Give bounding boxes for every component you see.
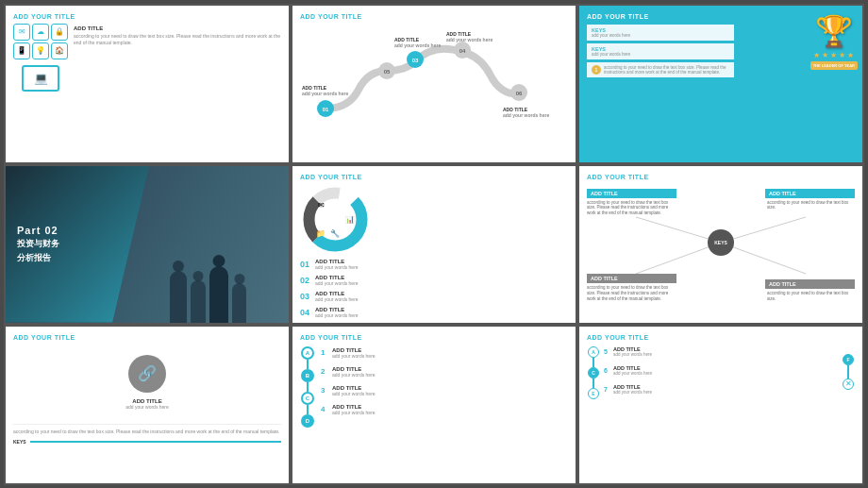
slide-1-content: ✉ ☁ 🔒 📱 💡 🏠 💻 ADD TITLE according to you… bbox=[13, 24, 281, 92]
vline-3 bbox=[307, 405, 309, 414]
vline2-3 bbox=[847, 365, 849, 379]
flow2-text-6: ADD TITLE add your words here bbox=[613, 365, 652, 376]
chart-item-3: 03 ADD TITLE add your words here bbox=[300, 291, 568, 302]
circle2-C: C bbox=[588, 367, 599, 379]
network-diagram: KEYS ADD TITLE according to your need to… bbox=[587, 184, 855, 302]
key-item-3: 1 according to your need to draw the tex… bbox=[587, 62, 734, 77]
chart-num-2: 02 bbox=[300, 276, 311, 285]
chart-text-1: ADD TITLE add your words here bbox=[315, 259, 568, 270]
flow2-num-5: 5 bbox=[604, 348, 610, 355]
circle2-E: E bbox=[588, 388, 599, 399]
chart-items-list: 01 ADD TITLE add your words here 02 ADD … bbox=[300, 259, 568, 318]
icon-phone: 📱 bbox=[13, 42, 30, 59]
vline-1 bbox=[307, 360, 309, 369]
flow2-items-col: 5 ADD TITLE add your words here 6 ADD TI… bbox=[604, 346, 838, 395]
slide-6: ADD YOUR TITLE KEYS ADD TITLE according … bbox=[579, 166, 862, 323]
flow2-left-col: A C E bbox=[587, 346, 600, 399]
slide-2-title: ADD YOUR TITLE bbox=[300, 13, 568, 20]
slides-grid: ADD YOUR TITLE ✉ ☁ 🔒 📱 💡 🏠 💻 ADD TITLE a… bbox=[4, 4, 864, 485]
slide-7-icon-sub: add your words here bbox=[125, 404, 169, 410]
slide-2-path: 01 05 03 04 06 ADD TITLEadd your words h… bbox=[300, 24, 568, 137]
chart-num-4: 04 bbox=[300, 308, 311, 317]
slide-4: Part 02 投资与财务 分析报告 bbox=[6, 166, 289, 323]
people-group bbox=[170, 266, 246, 323]
chart-item-1: 01 ADD TITLE add your words here bbox=[300, 259, 568, 270]
vline-2 bbox=[307, 382, 309, 392]
link-icon: 🔗 bbox=[128, 355, 166, 393]
slide-5-content: ✉ 📊 📁 🔧 01 ADD TITLE add your words here… bbox=[300, 184, 568, 318]
svg-text:06: 06 bbox=[516, 91, 523, 96]
chart-num-1: 01 bbox=[300, 260, 311, 269]
node-label-3: ADD TITLEadd your words here bbox=[394, 37, 441, 49]
flow-row-2: 2 ADD TITLE add your words here bbox=[321, 365, 568, 379]
slide-9-title: ADD YOUR TITLE bbox=[587, 334, 855, 341]
slide-7-title: ADD YOUR TITLE bbox=[13, 334, 281, 341]
flow-row-1: 1 ADD TITLE add your words here bbox=[321, 346, 568, 360]
slide-8: ADD YOUR TITLE A B C D 1 ADD TITLE add y… bbox=[292, 327, 576, 483]
flow-num-3: 3 bbox=[321, 386, 328, 395]
star-1: ★ bbox=[813, 51, 820, 59]
circle2-A: A bbox=[588, 346, 599, 358]
svg-text:04: 04 bbox=[459, 48, 466, 54]
key-item-1: KEYS add your words here bbox=[587, 25, 734, 41]
star-4: ★ bbox=[839, 51, 845, 59]
chart-item-2: 02 ADD TITLE add your words here bbox=[300, 275, 568, 286]
node-label-6: ADD TITLEadd your words here bbox=[503, 107, 549, 119]
star-5: ★ bbox=[847, 51, 854, 59]
slide-1-left: ✉ ☁ 🔒 📱 💡 🏠 💻 bbox=[13, 24, 68, 92]
flow-text-3: ADD TITLE add your words here bbox=[332, 385, 376, 396]
slide-3: ADD YOUR TITLE KEYS add your words here … bbox=[579, 6, 862, 162]
laptop-icon: 💻 bbox=[22, 65, 59, 92]
slide-7: ADD YOUR TITLE 🔗 ADD TITLE add your word… bbox=[6, 327, 289, 483]
vline2-2 bbox=[593, 379, 594, 388]
circle-D: D bbox=[301, 414, 314, 428]
person-3 bbox=[209, 266, 228, 323]
flow2-row-6: 6 ADD TITLE add your words here bbox=[604, 365, 838, 377]
svg-text:🔧: 🔧 bbox=[330, 228, 340, 238]
svg-text:05: 05 bbox=[384, 69, 391, 75]
chart-item-4: 04 ADD TITLE add your words here bbox=[300, 307, 568, 318]
net-center: KEYS bbox=[708, 229, 734, 256]
net-box-br: ADD TITLE according to your need to draw… bbox=[765, 279, 855, 302]
flow-text-2: ADD TITLE add your words here bbox=[332, 366, 376, 378]
photo-background: Part 02 投资与财务 分析报告 bbox=[6, 166, 289, 323]
flow-row-4: 4 ADD TITLE add your words here bbox=[321, 403, 568, 416]
icon-mail: ✉ bbox=[13, 24, 30, 41]
slide-6-title: ADD YOUR TITLE bbox=[587, 174, 855, 180]
flow-items-col: 1 ADD TITLE add your words here 2 ADD TI… bbox=[321, 346, 568, 416]
node-label-1: ADD TITLEadd your words here bbox=[302, 85, 348, 97]
slide-5-title: ADD YOUR TITLE bbox=[300, 174, 568, 180]
chart-text-3: ADD TITLE add your words here bbox=[315, 291, 568, 302]
flow2-right-col: F ✕ bbox=[842, 354, 855, 390]
slide-2: ADD YOUR TITLE 01 05 03 04 06 bbox=[292, 6, 576, 162]
circle-A: A bbox=[301, 346, 314, 360]
svg-text:📊: 📊 bbox=[345, 214, 355, 224]
slide-8-title: ADD YOUR TITLE bbox=[300, 334, 568, 341]
person-1 bbox=[170, 271, 187, 323]
star-3: ★ bbox=[830, 51, 837, 59]
slide-9: ADD YOUR TITLE A C E 5 ADD TITLE add you… bbox=[579, 327, 862, 483]
slide-1-body: according to your need to draw the text … bbox=[74, 33, 281, 46]
flow2-row-7: 7 ADD TITLE add your words here bbox=[604, 384, 838, 395]
slide-7-body: according to your need to draw the text … bbox=[13, 424, 281, 435]
chart-text-4: ADD TITLE add your words here bbox=[315, 307, 568, 318]
slide-7-keys: KEYS bbox=[13, 439, 281, 445]
svg-text:03: 03 bbox=[412, 58, 419, 63]
slide-7-center: 🔗 ADD TITLE add your words here bbox=[13, 345, 281, 420]
svg-line-20 bbox=[721, 243, 806, 274]
chart-text-2: ADD TITLE add your words here bbox=[315, 275, 568, 286]
circle2-G: ✕ bbox=[843, 379, 854, 390]
net-box-bl: ADD TITLE according to your need to draw… bbox=[587, 274, 676, 302]
net-box-tl: ADD TITLE according to your need to draw… bbox=[587, 189, 676, 217]
flow-text-1: ADD TITLE add your words here bbox=[332, 347, 376, 359]
trophy-label: THE LEADER OF YEAR bbox=[810, 61, 858, 70]
keys-line bbox=[30, 441, 281, 443]
slide-8-flow: A B C D 1 ADD TITLE add your words here bbox=[300, 346, 568, 428]
flow2-text-7: ADD TITLE add your words here bbox=[613, 384, 652, 395]
slide-1: ADD YOUR TITLE ✉ ☁ 🔒 📱 💡 🏠 💻 ADD TITLE a… bbox=[6, 6, 289, 162]
flow-num-1: 1 bbox=[321, 348, 328, 357]
slide-3-keys: KEYS add your words here KEYS add your w… bbox=[587, 25, 734, 77]
flow2-num-6: 6 bbox=[604, 367, 610, 374]
flow2-text-5: ADD TITLE add your words here bbox=[613, 346, 652, 357]
donut-chart-svg: ✉ 📊 📁 🔧 bbox=[300, 184, 371, 255]
